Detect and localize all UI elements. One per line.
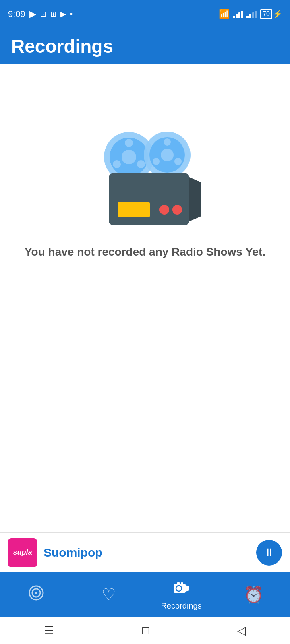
heart-icon: ♡	[102, 585, 116, 604]
pause-icon: ⏸	[263, 546, 275, 559]
dot-icon: •	[70, 9, 73, 19]
svg-point-4	[137, 160, 145, 168]
nav-item-favorites[interactable]: ♡	[72, 572, 145, 617]
nav-item-alarm[interactable]: ⏰	[218, 572, 290, 617]
svg-point-19	[35, 592, 37, 594]
signal-bars-1	[233, 10, 243, 18]
signal-bars-2	[246, 10, 257, 18]
menu-button[interactable]: ☰	[44, 624, 54, 637]
svg-point-5	[113, 160, 121, 168]
svg-rect-14	[118, 202, 150, 217]
svg-rect-23	[177, 582, 180, 585]
battery-icon: 70 ⚡	[260, 9, 282, 19]
nav-item-radio[interactable]	[0, 572, 72, 617]
radio-icon	[28, 585, 44, 605]
now-playing-bar[interactable]: supla Suomipop ⏸	[0, 532, 290, 572]
pause-button[interactable]: ⏸	[256, 540, 282, 566]
grid-icon: ⊞	[50, 10, 56, 19]
svg-point-16	[172, 205, 182, 215]
home-button[interactable]: □	[142, 624, 149, 637]
youtube-icon: ▶	[60, 10, 66, 19]
page-title: Recordings	[11, 35, 113, 57]
status-left: 9:09 ▶ ⊡ ⊞ ▶ •	[8, 9, 73, 19]
caption-icon: ⊡	[40, 10, 46, 19]
empty-state-message: You have not recorded any Radio Shows Ye…	[25, 246, 265, 258]
svg-point-10	[174, 158, 182, 165]
camera-nav-icon	[173, 578, 190, 599]
svg-point-2	[122, 150, 136, 164]
time-display: 9:09	[8, 9, 25, 19]
svg-point-3	[125, 139, 133, 147]
station-name: Suomipop	[44, 546, 250, 559]
recordings-nav-label: Recordings	[161, 601, 201, 611]
status-bar: 9:09 ▶ ⊡ ⊞ ▶ • 📶 70 ⚡	[0, 0, 290, 28]
charging-icon: ⚡	[273, 10, 282, 19]
svg-marker-13	[189, 177, 201, 221]
svg-point-8	[161, 149, 174, 161]
nav-item-recordings[interactable]: Recordings	[145, 572, 218, 617]
svg-rect-12	[109, 173, 189, 225]
bottom-navigation: ♡ Recordings ⏰	[0, 572, 290, 617]
svg-rect-24	[181, 582, 183, 585]
station-logo: supla	[8, 538, 37, 567]
alarm-icon: ⏰	[244, 585, 264, 604]
back-button[interactable]: ◁	[237, 624, 246, 637]
system-nav-bar: ☰ □ ◁	[0, 617, 290, 644]
wifi-icon: 📶	[219, 9, 230, 19]
svg-point-11	[153, 158, 160, 165]
empty-state-illustration	[89, 121, 201, 225]
play-icon: ▶	[29, 9, 36, 19]
battery-level: 70	[260, 9, 272, 19]
svg-point-15	[160, 205, 169, 215]
svg-marker-22	[186, 585, 189, 592]
main-content: You have not recorded any Radio Shows Ye…	[0, 64, 290, 532]
svg-point-9	[164, 138, 171, 146]
station-logo-text: supla	[13, 548, 32, 557]
status-right: 📶 70 ⚡	[219, 9, 282, 19]
app-header: Recordings	[0, 28, 290, 64]
